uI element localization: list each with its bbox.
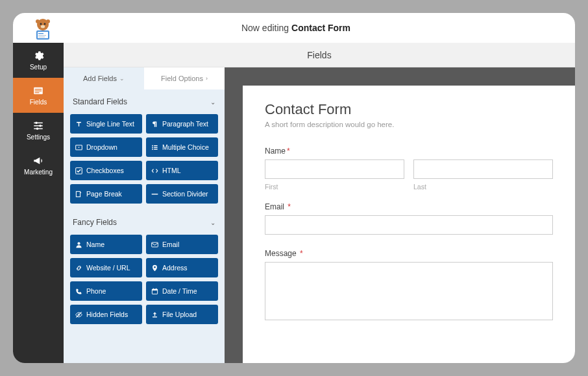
canvas-wrap: Contact Form A short form description wo…	[225, 67, 575, 363]
bullhorn-icon	[32, 155, 44, 167]
toolbar-label: Fields	[307, 50, 331, 60]
field-label: Section Divider	[162, 190, 208, 198]
field-label-name: Name*	[265, 147, 553, 156]
field-label: Name	[86, 241, 104, 248]
last-name-input[interactable]	[413, 159, 553, 179]
logo-icon	[30, 16, 56, 42]
sidebar-item-settings[interactable]: Settings	[13, 113, 64, 148]
field-address[interactable]: Address	[146, 258, 218, 277]
chevron-down-icon: ⌄	[210, 219, 215, 226]
pagebreak-icon	[75, 191, 82, 198]
field-page-break[interactable]: Page Break	[70, 184, 142, 204]
svg-rect-30	[152, 193, 158, 194]
field-phone[interactable]: Phone	[70, 281, 142, 301]
sidebar-item-label: Setup	[30, 64, 47, 71]
field-date-time[interactable]: Date / Time	[146, 281, 218, 301]
field-html[interactable]: HTML	[146, 161, 218, 180]
list-icon	[151, 144, 158, 151]
sliders-icon	[32, 120, 44, 132]
pin-icon	[151, 264, 158, 272]
field-label: Single Line Text	[86, 120, 134, 128]
svg-rect-9	[38, 35, 46, 36]
section-title: Fancy Fields	[73, 218, 117, 227]
form-canvas[interactable]: Contact Form A short form description wo…	[243, 86, 575, 363]
svg-rect-34	[152, 289, 157, 290]
field-single-line-text[interactable]: Single Line Text	[70, 114, 142, 134]
svg-rect-39	[153, 316, 157, 317]
body: Setup Fields Settings Marketing Fields	[13, 43, 575, 363]
field-label: Address	[162, 264, 188, 272]
field-paragraph-text[interactable]: Paragraph Text	[146, 114, 218, 134]
field-label-message: Message *	[265, 249, 553, 258]
label-text: Message	[265, 249, 297, 258]
sublabel-first: First	[265, 183, 404, 191]
svg-rect-27	[154, 148, 158, 149]
svg-point-24	[152, 147, 153, 148]
sidebar-item-label: Settings	[27, 134, 50, 141]
code-icon	[151, 167, 158, 174]
field-label: Website / URL	[86, 264, 130, 272]
field-website[interactable]: Website / URL	[70, 258, 142, 277]
required-asterisk: *	[288, 202, 291, 211]
section-standard-fields[interactable]: Standard Fields ⌄	[64, 89, 225, 114]
gear-icon	[32, 50, 44, 62]
email-input[interactable]	[265, 215, 553, 235]
fancy-fields-grid: Name Email Website / URL Address Phone D…	[64, 235, 225, 331]
field-file-upload[interactable]: File Upload	[146, 305, 218, 324]
page-title: Now editing Contact Form	[56, 23, 575, 33]
topbar: Now editing Contact Form	[13, 13, 575, 43]
field-hidden[interactable]: Hidden Fields	[70, 305, 142, 324]
svg-point-4	[44, 23, 46, 25]
svg-point-1	[36, 19, 40, 23]
chevron-right-icon: ›	[206, 75, 208, 82]
field-label: Hidden Fields	[86, 311, 128, 318]
svg-rect-25	[154, 147, 158, 147]
panel-tabs: Add Fields ⌄ Field Options ›	[64, 67, 225, 89]
check-icon	[75, 167, 82, 174]
field-name[interactable]: Name	[70, 235, 142, 254]
required-asterisk: *	[300, 249, 303, 258]
sublabel-last: Last	[413, 183, 553, 191]
field-checkboxes[interactable]: Checkboxes	[70, 161, 142, 180]
label-text: Email	[265, 202, 284, 211]
field-label: Multiple Choice	[162, 143, 209, 151]
envelope-icon	[151, 241, 158, 248]
main: Fields Add Fields ⌄ Field Options ›	[64, 43, 575, 363]
svg-rect-8	[38, 33, 43, 34]
field-email[interactable]: Email	[146, 235, 218, 254]
svg-rect-12	[35, 89, 42, 89]
sidebar-item-marketing[interactable]: Marketing	[13, 148, 64, 183]
sidebar-item-setup[interactable]: Setup	[13, 43, 64, 78]
field-label: Checkboxes	[86, 167, 124, 174]
section-fancy-fields[interactable]: Fancy Fields ⌄	[64, 210, 225, 235]
divider-icon	[151, 191, 158, 198]
link-icon	[75, 264, 82, 272]
field-section-divider[interactable]: Section Divider	[146, 184, 218, 204]
message-textarea[interactable]	[265, 262, 553, 320]
field-multiple-choice[interactable]: Multiple Choice	[146, 137, 218, 157]
sidebar-item-label: Fields	[30, 99, 47, 106]
tab-add-fields[interactable]: Add Fields ⌄	[64, 67, 144, 89]
field-label: Date / Time	[162, 287, 197, 295]
tab-label: Add Fields	[83, 75, 117, 82]
svg-rect-35	[153, 288, 154, 289]
svg-rect-10	[38, 37, 45, 38]
field-dropdown[interactable]: Dropdown	[70, 137, 142, 157]
work-area: Add Fields ⌄ Field Options › Standard Fi…	[64, 67, 575, 363]
name-sublabels: First Last	[265, 183, 553, 191]
tab-label: Field Options	[161, 75, 203, 82]
field-label: Dropdown	[86, 143, 117, 151]
svg-point-26	[152, 148, 153, 150]
svg-point-18	[35, 122, 37, 124]
paragraph-icon	[151, 121, 158, 128]
field-label: Page Break	[86, 190, 122, 198]
svg-point-3	[40, 23, 42, 25]
tab-field-options[interactable]: Field Options ›	[144, 67, 225, 89]
field-label-email: Email *	[265, 202, 553, 211]
sidebar-item-fields[interactable]: Fields	[13, 78, 64, 113]
field-label: HTML	[162, 167, 181, 174]
fields-panel: Add Fields ⌄ Field Options › Standard Fi…	[64, 67, 225, 363]
svg-rect-14	[35, 92, 40, 93]
eye-slash-icon	[75, 311, 82, 318]
first-name-input[interactable]	[265, 159, 404, 179]
